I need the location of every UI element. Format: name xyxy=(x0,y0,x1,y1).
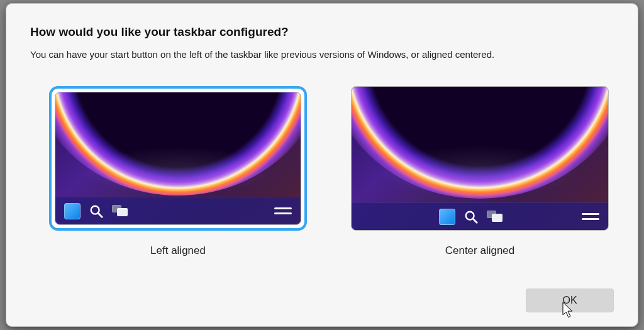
option-left-thumbnail xyxy=(49,86,307,231)
search-icon xyxy=(464,210,478,224)
option-center-aligned[interactable]: Center aligned xyxy=(351,86,609,257)
ok-button[interactable]: OK xyxy=(526,289,614,312)
alignment-options: Left aligned xyxy=(30,86,614,257)
start-icon xyxy=(439,209,455,225)
option-left-label: Left aligned xyxy=(150,245,206,257)
taskbar-preview-left xyxy=(55,197,301,224)
taskbar-config-dialog: How would you like your taskbar configur… xyxy=(6,3,638,327)
system-tray-icon xyxy=(274,206,292,217)
option-center-thumbnail xyxy=(351,86,609,231)
taskbar-preview-center xyxy=(352,202,608,230)
svg-line-3 xyxy=(473,218,477,222)
start-icon xyxy=(64,203,80,219)
dialog-title: How would you like your taskbar configur… xyxy=(30,25,614,39)
search-icon xyxy=(89,204,103,218)
dialog-subtitle: You can have your start button on the le… xyxy=(30,49,614,60)
svg-line-1 xyxy=(98,212,102,216)
dialog-footer: OK xyxy=(30,289,614,312)
task-view-icon xyxy=(112,205,128,217)
option-center-label: Center aligned xyxy=(445,245,515,257)
option-left-aligned[interactable]: Left aligned xyxy=(49,86,307,257)
system-tray-icon xyxy=(582,211,599,223)
task-view-icon xyxy=(487,211,503,223)
